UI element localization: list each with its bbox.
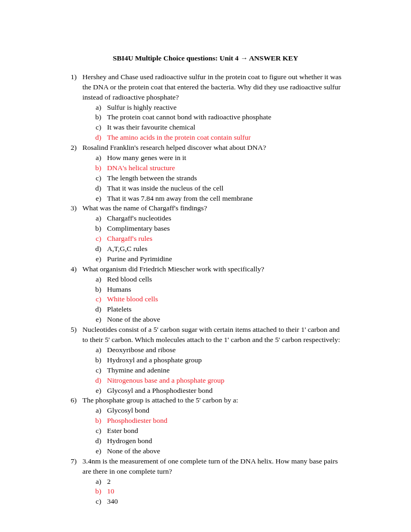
option-item: Red blood cells bbox=[105, 275, 346, 285]
question-item: Hershey and Chase used radioactive sulfu… bbox=[80, 72, 346, 143]
option-item: A,T,G,C rules bbox=[105, 244, 346, 254]
option-list: Chargaff's nucleotidesComplimentary base… bbox=[82, 214, 346, 264]
question-item: What was the name of Chargaff's findings… bbox=[80, 203, 346, 264]
question-stem: What organism did Friedrich Miescher wor… bbox=[82, 264, 346, 275]
option-item: Ester bond bbox=[105, 426, 346, 436]
option-list: 210340 bbox=[82, 477, 346, 507]
option-item: Hydroxyl and a phosphate group bbox=[105, 355, 346, 366]
option-item: The amino acids in the protein coat cont… bbox=[105, 133, 346, 143]
question-stem: What was the name of Chargaff's findings… bbox=[82, 203, 346, 214]
option-item: Complimentary bases bbox=[105, 224, 346, 234]
option-item: None of the above bbox=[105, 446, 346, 457]
question-item: What organism did Friedrich Miescher wor… bbox=[80, 264, 346, 325]
option-item: That it was inside the nucleus of the ce… bbox=[105, 184, 346, 194]
question-list: Hershey and Chase used radioactive sulfu… bbox=[65, 72, 346, 507]
option-item: Glycosyl bond bbox=[105, 406, 346, 416]
option-item: That it was 7.84 nm away from the cell m… bbox=[105, 194, 346, 204]
question-stem: Hershey and Chase used radioactive sulfu… bbox=[82, 72, 346, 103]
option-item: Humans bbox=[105, 285, 346, 295]
question-item: The phosphate group is attached to the 5… bbox=[80, 396, 346, 456]
option-item: Platelets bbox=[105, 305, 346, 315]
option-item: 340 bbox=[105, 497, 346, 507]
option-list: How many genes were in itDNA's helical s… bbox=[82, 153, 346, 203]
document-title: SBI4U Multiple Choice questions: Unit 4 … bbox=[65, 54, 346, 64]
question-stem: Rosalind Franklin's research helped disc… bbox=[82, 143, 346, 153]
option-item: DNA's helical structure bbox=[105, 163, 346, 173]
option-item: Chargaff's rules bbox=[105, 234, 346, 244]
option-list: Sulfur is highly reactiveThe protein coa… bbox=[82, 103, 346, 143]
question-item: Nucleotides consist of a 5' carbon sugar… bbox=[80, 325, 346, 396]
option-item: Glycosyl and a Phosphodiester bond bbox=[105, 386, 346, 396]
option-item: It was their favourite chemical bbox=[105, 123, 346, 133]
option-item: White blood cells bbox=[105, 294, 346, 305]
option-item: The length between the strands bbox=[105, 173, 346, 184]
option-item: Deoxyribose and ribose bbox=[105, 345, 346, 355]
option-item: Thymine and adenine bbox=[105, 366, 346, 376]
question-item: 3.4nm is the measurement of one complete… bbox=[80, 457, 346, 507]
option-list: Deoxyribose and riboseHydroxyl and a pho… bbox=[82, 345, 346, 396]
option-list: Glycosyl bondPhosphodiester bondEster bo… bbox=[82, 406, 346, 456]
option-item: Chargaff's nucleotides bbox=[105, 214, 346, 224]
option-list: Red blood cellsHumansWhite blood cellsPl… bbox=[82, 275, 346, 325]
option-item: 10 bbox=[105, 487, 346, 497]
option-item: Nitrogenous base and a phosphate group bbox=[105, 376, 346, 386]
option-item: Phosphodiester bond bbox=[105, 416, 346, 426]
question-stem: The phosphate group is attached to the 5… bbox=[82, 396, 346, 406]
option-item: Hydrogen bond bbox=[105, 436, 346, 446]
option-item: Sulfur is highly reactive bbox=[105, 103, 346, 113]
option-item: Purine and Pyrimidine bbox=[105, 254, 346, 264]
option-item: The protein coat cannot bond with radioa… bbox=[105, 112, 346, 123]
question-stem: Nucleotides consist of a 5' carbon sugar… bbox=[82, 325, 346, 345]
option-item: 2 bbox=[105, 477, 346, 487]
question-item: Rosalind Franklin's research helped disc… bbox=[80, 143, 346, 203]
option-item: None of the above bbox=[105, 315, 346, 325]
option-item: How many genes were in it bbox=[105, 153, 346, 163]
question-stem: 3.4nm is the measurement of one complete… bbox=[82, 457, 346, 477]
